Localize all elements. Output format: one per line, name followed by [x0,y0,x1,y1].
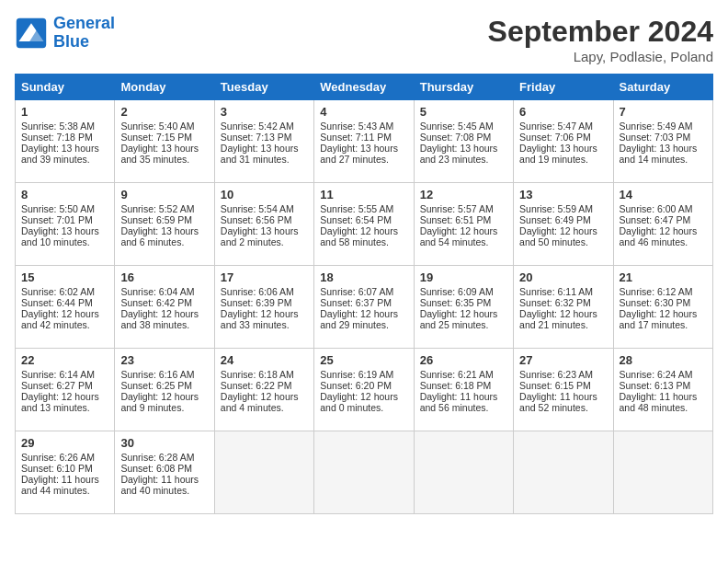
calendar-cell: 16Sunrise: 6:04 AMSunset: 6:42 PMDayligh… [115,266,214,349]
day-number: 16 [120,270,208,284]
logo: General Blue [15,15,115,52]
day-info: Sunset: 6:47 PM [620,214,707,225]
day-info: Daylight: 12 hours [320,391,407,402]
day-info: Daylight: 12 hours [320,225,407,236]
calendar-cell: 30Sunrise: 6:28 AMSunset: 6:08 PMDayligh… [115,431,214,514]
page-header: General Blue September 2024 Lapy, Podlas… [15,15,713,64]
calendar-header-row: Sunday Monday Tuesday Wednesday Thursday… [16,75,713,100]
logo-line1: General [53,14,115,32]
col-wednesday: Wednesday [314,75,414,100]
day-info: and 13 minutes. [21,402,108,413]
day-number: 1 [21,105,108,119]
day-number: 23 [120,353,208,367]
day-number: 28 [620,353,707,367]
title-block: September 2024 Lapy, Podlasie, Poland [488,15,713,64]
logo-line2: Blue [53,32,89,51]
day-info: Sunset: 6:22 PM [221,380,308,391]
day-info: and 46 minutes. [620,236,707,247]
day-info: Daylight: 11 hours [519,391,607,402]
day-info: Daylight: 12 hours [221,391,308,402]
day-info: Sunset: 6:59 PM [120,214,208,225]
day-info: Sunrise: 6:26 AM [21,452,108,463]
calendar-cell: 10Sunrise: 5:54 AMSunset: 6:56 PMDayligh… [214,183,313,266]
day-number: 9 [120,188,208,201]
day-info: and 6 minutes. [120,236,208,247]
day-info: Sunset: 6:08 PM [120,463,208,474]
logo-text: General Blue [53,15,115,52]
calendar-cell: 17Sunrise: 6:06 AMSunset: 6:39 PMDayligh… [214,266,313,349]
day-info: Daylight: 13 hours [21,225,108,236]
calendar-cell: 23Sunrise: 6:16 AMSunset: 6:25 PMDayligh… [115,349,214,431]
day-number: 18 [320,270,407,284]
day-number: 24 [221,353,308,367]
day-info: and 56 minutes. [420,402,507,413]
day-info: Daylight: 11 hours [420,391,507,402]
day-info: Sunset: 6:44 PM [21,297,108,308]
day-number: 27 [519,353,607,367]
day-number: 21 [620,270,707,284]
day-info: Sunset: 7:15 PM [120,132,208,143]
day-info: Sunrise: 6:12 AM [620,286,707,297]
day-info: Sunset: 7:06 PM [519,132,607,143]
day-info: Daylight: 12 hours [320,308,407,319]
calendar-cell: 29Sunrise: 6:26 AMSunset: 6:10 PMDayligh… [16,431,115,514]
day-info: Daylight: 12 hours [620,308,707,319]
calendar-cell: 6Sunrise: 5:47 AMSunset: 7:06 PMDaylight… [514,100,613,183]
day-info: Sunrise: 6:11 AM [519,286,607,297]
day-info: Daylight: 12 hours [620,225,707,236]
calendar-cell [314,431,414,514]
day-info: Sunset: 7:03 PM [620,132,707,143]
calendar-table: Sunday Monday Tuesday Wednesday Thursday… [15,74,713,514]
day-info: Sunset: 6:13 PM [620,380,707,391]
calendar-cell: 22Sunrise: 6:14 AMSunset: 6:27 PMDayligh… [16,349,115,431]
day-info: and 58 minutes. [320,236,407,247]
calendar-week-row: 8Sunrise: 5:50 AMSunset: 7:01 PMDaylight… [16,183,713,266]
day-info: Daylight: 12 hours [420,308,507,319]
day-info: Sunrise: 5:47 AM [519,121,607,132]
day-info: and 2 minutes. [221,236,308,247]
day-info: and 42 minutes. [21,319,108,330]
calendar-cell: 8Sunrise: 5:50 AMSunset: 7:01 PMDaylight… [16,183,115,266]
day-info: Sunset: 7:08 PM [420,132,507,143]
day-info: Sunrise: 5:38 AM [21,121,108,132]
day-info: Sunrise: 6:24 AM [620,369,707,380]
day-number: 12 [420,188,507,201]
day-number: 29 [21,436,108,450]
day-info: and 23 minutes. [420,154,507,165]
day-info: Daylight: 12 hours [420,225,507,236]
month-title: September 2024 [488,15,713,49]
calendar-week-row: 22Sunrise: 6:14 AMSunset: 6:27 PMDayligh… [16,349,713,431]
day-info: Sunrise: 6:16 AM [120,369,208,380]
day-info: Sunrise: 5:43 AM [320,121,407,132]
calendar-cell: 13Sunrise: 5:59 AMSunset: 6:49 PMDayligh… [514,183,613,266]
calendar-cell: 25Sunrise: 6:19 AMSunset: 6:20 PMDayligh… [314,349,414,431]
day-info: and 35 minutes. [120,154,208,165]
day-info: Sunset: 6:37 PM [320,297,407,308]
day-info: and 50 minutes. [519,236,607,247]
day-number: 26 [420,353,507,367]
day-info: Sunrise: 6:07 AM [320,286,407,297]
day-info: Daylight: 13 hours [519,143,607,154]
day-info: Daylight: 13 hours [620,143,707,154]
calendar-cell: 2Sunrise: 5:40 AMSunset: 7:15 PMDaylight… [115,100,214,183]
day-number: 14 [620,188,707,201]
day-number: 8 [21,188,108,201]
calendar-cell: 5Sunrise: 5:45 AMSunset: 7:08 PMDaylight… [414,100,513,183]
calendar-cell: 19Sunrise: 6:09 AMSunset: 6:35 PMDayligh… [414,266,513,349]
day-info: Sunrise: 5:40 AM [120,121,208,132]
day-info: and 21 minutes. [519,319,607,330]
day-info: and 0 minutes. [320,402,407,413]
calendar-cell: 15Sunrise: 6:02 AMSunset: 6:44 PMDayligh… [16,266,115,349]
day-info: Sunset: 6:15 PM [519,380,607,391]
day-number: 6 [519,105,607,119]
day-info: Daylight: 12 hours [221,308,308,319]
day-info: and 17 minutes. [620,319,707,330]
day-info: Sunset: 7:11 PM [320,132,407,143]
col-friday: Friday [514,75,613,100]
day-info: Sunset: 6:51 PM [420,214,507,225]
day-info: Sunset: 6:30 PM [620,297,707,308]
day-info: Sunrise: 6:23 AM [519,369,607,380]
calendar-cell [514,431,613,514]
day-info: Daylight: 13 hours [120,143,208,154]
day-number: 2 [120,105,208,119]
